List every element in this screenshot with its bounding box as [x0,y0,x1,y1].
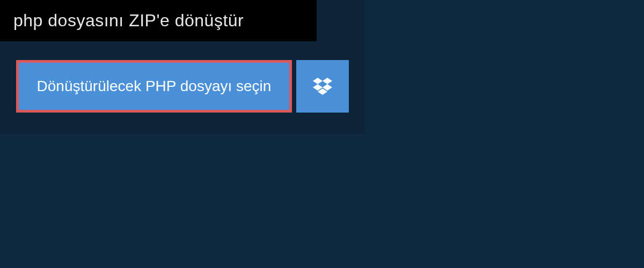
dropbox-button[interactable] [296,60,349,113]
dropbox-icon [313,78,332,95]
upload-area: Dönüştürülecek PHP dosyayı seçin [0,41,365,134]
page-title: php dosyasını ZIP'e dönüştür [13,11,303,31]
select-file-button[interactable]: Dönüştürülecek PHP dosyayı seçin [16,60,292,113]
converter-panel: php dosyasını ZIP'e dönüştür Dönüştürüle… [0,0,365,134]
select-file-label: Dönüştürülecek PHP dosyayı seçin [37,78,272,94]
panel-header: php dosyasını ZIP'e dönüştür [0,0,317,41]
